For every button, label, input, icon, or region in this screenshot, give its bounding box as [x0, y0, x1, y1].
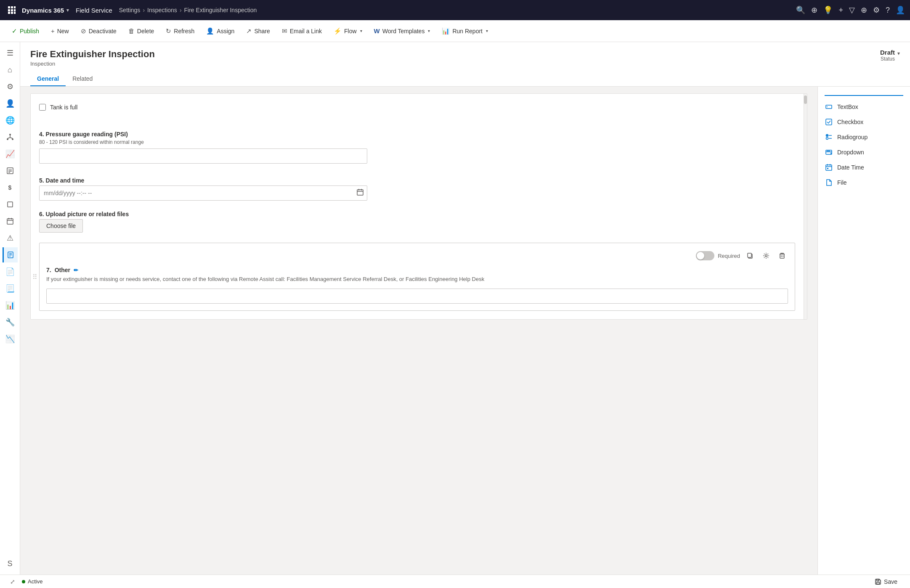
flow-button[interactable]: ⚡ Flow ▾: [329, 25, 367, 37]
filter-icon[interactable]: ▽: [849, 5, 855, 15]
other-question-input[interactable]: [46, 289, 788, 304]
breadcrumb-inspections[interactable]: Inspections: [147, 7, 177, 13]
scroll-thumb[interactable]: [804, 95, 807, 104]
email-link-button[interactable]: ✉ Email a Link: [277, 25, 327, 37]
pressure-input[interactable]: [39, 148, 367, 164]
sidebar-item-reports[interactable]: [3, 163, 18, 178]
breadcrumb-settings[interactable]: Settings: [119, 7, 141, 13]
run-report-button[interactable]: 📊 Run Report ▾: [437, 25, 493, 37]
tank-full-checkbox[interactable]: [39, 104, 46, 111]
help-icon[interactable]: ?: [886, 6, 890, 15]
card-settings-button[interactable]: [760, 250, 772, 262]
sidebar-item-dollar[interactable]: $: [3, 180, 18, 195]
drag-handle-icon[interactable]: ⠿: [32, 273, 37, 281]
run-report-label: Run Report: [452, 28, 483, 34]
email-icon: ✉: [282, 27, 287, 35]
svg-rect-5: [14, 9, 16, 11]
record-header: Fire Extinguisher Inspection Inspection …: [20, 42, 910, 87]
breadcrumb-current: Fire Extinguisher Inspection: [184, 7, 257, 13]
other-question-desc: If your extinguisher is missing or needs…: [46, 275, 788, 283]
calendar-icon[interactable]: [356, 188, 364, 198]
left-sidebar: ☰ ⌂ ⚙ 👤 🌐 📈 $ ⚠ 📄 📃 📊 🔧 📉 S: [0, 42, 20, 575]
status-label: Draft: [880, 49, 895, 56]
sidebar-item-chart[interactable]: 📈: [3, 146, 18, 162]
pressure-num: 4.: [39, 131, 44, 138]
flow-icon: ⚡: [334, 27, 342, 35]
delete-button[interactable]: 🗑 Delete: [123, 25, 159, 37]
sidebar-item-menu[interactable]: ☰: [3, 45, 18, 61]
world-icon[interactable]: ⊕: [861, 5, 867, 15]
svg-rect-3: [8, 9, 10, 11]
record-status[interactable]: Draft Status ▾: [880, 49, 900, 62]
required-toggle[interactable]: [696, 251, 714, 260]
contact-icon[interactable]: ⊕: [811, 5, 817, 15]
tank-full-label[interactable]: Tank is full: [50, 104, 77, 111]
panel-item-datetime[interactable]: Date Time: [825, 160, 903, 175]
datetime-input[interactable]: [39, 185, 367, 201]
tab-general[interactable]: General: [30, 72, 66, 86]
status-text: Active: [28, 578, 42, 585]
refresh-button[interactable]: ↻ Refresh: [161, 25, 199, 37]
sidebar-item-home[interactable]: ⌂: [3, 62, 18, 77]
sidebar-user-avatar[interactable]: S: [3, 556, 18, 571]
copy-button[interactable]: [744, 250, 756, 262]
panel-item-radiogroup[interactable]: Radiogroup: [825, 130, 903, 145]
sidebar-item-org[interactable]: [3, 130, 18, 145]
svg-point-34: [765, 255, 767, 257]
email-label: Email a Link: [290, 28, 322, 34]
pressure-gauge-label: 4. Pressure gauge reading (PSI): [39, 131, 795, 138]
tab-related[interactable]: Related: [66, 72, 99, 86]
publish-button[interactable]: ✓ Publish: [7, 25, 44, 37]
dynamics-logo[interactable]: Dynamics 365 ▾: [22, 7, 69, 14]
sidebar-item-settings[interactable]: ⚙: [3, 79, 18, 94]
toggle-knob: [697, 252, 704, 260]
grid-menu-icon[interactable]: [5, 3, 19, 17]
panel-item-textbox[interactable]: TextBox: [825, 99, 903, 114]
sidebar-item-tools[interactable]: 🔧: [3, 315, 18, 330]
choose-file-button[interactable]: Choose file: [39, 219, 83, 233]
svg-rect-33: [748, 253, 751, 257]
status-chevron-icon: ▾: [897, 50, 900, 56]
plus-icon[interactable]: +: [838, 6, 843, 15]
card-delete-button[interactable]: [776, 250, 788, 262]
lightbulb-icon[interactable]: 💡: [823, 5, 833, 15]
panel-item-dropdown[interactable]: Dropdown: [825, 145, 903, 160]
file-label: File: [837, 179, 847, 186]
settings-icon[interactable]: ⚙: [873, 5, 880, 15]
share-button[interactable]: ↗ Share: [241, 25, 275, 37]
search-icon[interactable]: 🔍: [796, 5, 805, 15]
pressure-text: Pressure gauge reading (PSI): [46, 131, 128, 138]
sidebar-item-data[interactable]: 📊: [3, 298, 18, 313]
sidebar-item-docs[interactable]: 📄: [3, 264, 18, 279]
sidebar-item-inspections[interactable]: [3, 247, 18, 262]
user-icon[interactable]: 👤: [896, 5, 905, 15]
assign-button[interactable]: 👤 Assign: [201, 25, 239, 37]
word-templates-button[interactable]: W Word Templates ▾: [369, 25, 435, 37]
share-icon: ↗: [246, 27, 252, 35]
sidebar-item-calendar[interactable]: [3, 214, 18, 229]
deactivate-button[interactable]: ⊘ Deactivate: [76, 25, 122, 37]
sidebar-item-alert[interactable]: ⚠: [3, 230, 18, 246]
panel-item-checkbox[interactable]: Checkbox: [825, 114, 903, 130]
sidebar-item-pages[interactable]: 📃: [3, 281, 18, 296]
panel-item-file[interactable]: File: [825, 175, 903, 190]
textbox-icon: [825, 103, 833, 111]
other-question-title: 7. Other ✏: [46, 267, 788, 273]
datetime-label: 5. Date and time: [39, 177, 795, 184]
sidebar-item-box[interactable]: [3, 197, 18, 212]
svg-rect-54: [877, 582, 879, 584]
sidebar-item-globe[interactable]: 🌐: [3, 113, 18, 128]
command-bar: ✓ Publish + New ⊘ Deactivate 🗑 Delete ↻ …: [0, 20, 910, 42]
word-chevron-icon: ▾: [428, 29, 430, 33]
checkbox-label: Checkbox: [837, 119, 863, 125]
new-button[interactable]: + New: [46, 25, 74, 37]
edit-title-icon[interactable]: ✏: [74, 267, 78, 273]
sidebar-item-analytics[interactable]: 📉: [3, 331, 18, 347]
word-templates-label: Word Templates: [382, 28, 425, 34]
app-name: Field Service: [76, 7, 112, 14]
sidebar-item-people[interactable]: 👤: [3, 96, 18, 111]
expand-button[interactable]: ⤢: [7, 577, 19, 587]
save-label: Save: [884, 578, 897, 585]
record-title: Fire Extinguisher Inspection: [30, 49, 155, 60]
save-button[interactable]: Save: [869, 576, 903, 587]
